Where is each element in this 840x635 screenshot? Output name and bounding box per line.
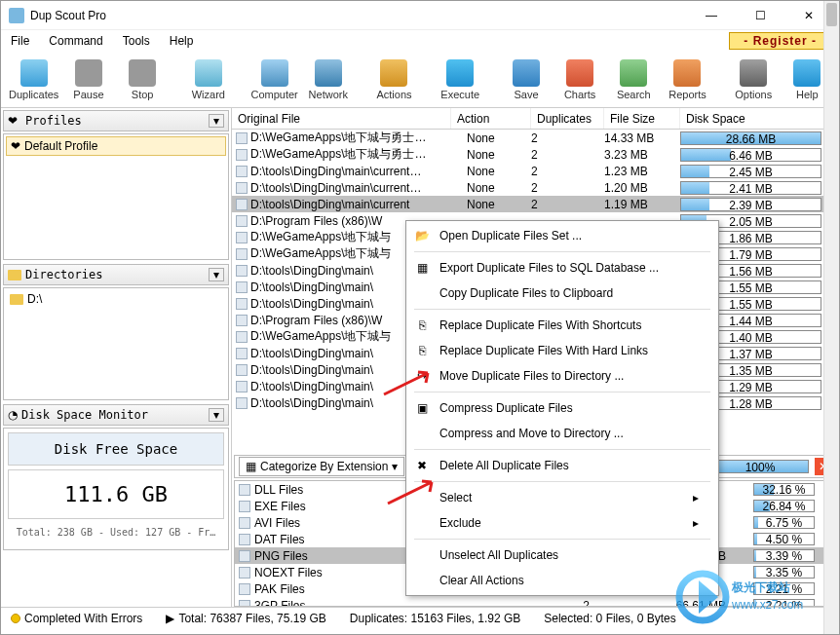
dup-cell: 2 [531,198,604,211]
status-dups-label: Duplicates: 15163 Files, 1.92 GB [350,612,520,625]
col-file-size[interactable]: File Size [604,108,680,129]
toolbar-computer-button[interactable]: Computer [250,59,298,100]
file-icon [236,215,248,227]
separator [414,251,710,252]
status-selected-label: Selected: 0 Files, 0 Bytes [544,612,675,625]
file-path: D:\tools\DingDing\main\ [250,297,373,311]
ext-pct-bar: 26.84 % [753,500,815,512]
ext-name: 3GP Files [254,599,449,608]
separator [414,449,710,450]
ctx-unselect-all[interactable]: Unselect All Duplicates [406,542,718,568]
directories-title: Directories [25,268,205,281]
table-row[interactable]: D:\WeGameApps\地下城与勇士… None 2 3.23 MB 6.4… [232,146,839,163]
save-icon [513,59,540,87]
col-duplicates[interactable]: Duplicates [531,108,604,129]
ctx-move-directory[interactable]: ↪Move Duplicate Files to Directory ... [406,363,718,389]
annotation-arrow-2 [383,476,441,505]
toolbar-pause-button[interactable]: Pause [64,59,112,100]
close-button[interactable]: ✕ [794,6,823,25]
disk-icon: ◔ [8,408,18,422]
file-icon [239,583,250,595]
status-bar: Completed With Errors ▶ Total: 76387 Fil… [1,607,839,628]
toolbar-wizard-button[interactable]: Wizard [184,59,232,100]
toolbar-actions-button[interactable]: Actions [370,59,418,100]
ctx-copy-clipboard[interactable]: Copy Duplicate Files to Clipboard [406,280,718,306]
heart-icon: ❤ [11,139,20,153]
file-path: D:\tools\DingDing\main\ [250,380,373,393]
toolbar-execute-button[interactable]: Execute [437,59,484,100]
disk-monitor-header[interactable]: ◔ Disk Space Monitor ▾ [3,404,229,426]
toolbar-charts-button[interactable]: Charts [556,59,604,100]
directories-dropdown-icon[interactable]: ▾ [209,268,224,281]
profiles-dropdown-icon[interactable]: ▾ [209,114,224,128]
ctx-clear-actions[interactable]: Clear All Actions [406,568,718,593]
toolbar-label: Options [735,89,772,100]
ext-scrollbar[interactable] [823,480,837,607]
table-row[interactable]: D:\tools\DingDing\main\current… None 2 1… [232,163,839,179]
file-path: D:\WeGameApps\地下城与勇士… [250,130,426,146]
blank-icon [414,515,430,531]
dup-cell: 2 [531,148,604,162]
profiles-header[interactable]: ❤ Profiles ▾ [3,110,229,131]
ctx-compress-move[interactable]: Compress and Move to Directory ... [406,421,718,446]
ctx-compress[interactable]: ▣Compress Duplicate Files [406,395,718,421]
status-total-label: Total: 76387 Files, 75.19 GB [178,612,325,625]
toolbar-reports-button[interactable]: Reports [664,59,711,100]
col-disk-space[interactable]: Disk Space [680,108,839,129]
options-icon [740,59,767,87]
blank-icon [414,573,430,588]
directories-header[interactable]: Directories ▾ [3,264,229,285]
menu-help[interactable]: Help [166,32,198,50]
table-row[interactable]: D:\WeGameApps\地下城与勇士… None 2 14.33 MB 28… [232,130,839,146]
ext-pct-bar: 6.75 % [753,516,815,529]
disk-monitor-dropdown-icon[interactable]: ▾ [209,408,224,422]
file-icon [236,348,248,359]
ctx-replace-shortcuts[interactable]: ⎘Replace Duplicate Files With Shortcuts [406,313,718,338]
toolbar-label: Network [309,89,348,100]
blank-icon [414,547,430,563]
menu-command[interactable]: Command [45,32,106,50]
ext-pct-bar: 4.50 % [753,533,815,545]
status-completed-label: Completed With Errors [24,612,142,625]
action-cell: None [451,165,531,178]
toolbar-options-button[interactable]: Options [730,59,778,100]
file-icon [239,534,250,545]
maximize-button[interactable]: ☐ [745,6,775,25]
table-row[interactable]: D:\tools\DingDing\main\current None 2 1.… [232,196,839,212]
table-row[interactable]: D:\tools\DingDing\main\current… None 2 1… [232,179,839,196]
minimize-button[interactable]: — [697,6,726,25]
extension-row[interactable]: 3GP Files 2 66.61 MB 2.21 % [235,597,836,607]
file-path: D:\Program Files (x86)\W [250,214,382,228]
toolbar-duplicates-button[interactable]: Duplicates [9,59,58,100]
network-icon [315,59,342,87]
toolbar-stop-button[interactable]: Stop [119,59,167,100]
ctx-replace-hardlinks[interactable]: ⎘Replace Duplicate Files With Hard Links [406,338,718,363]
file-icon [239,501,250,512]
size-cell: 1.19 MB [604,198,680,211]
profiles-body: ❤ Default Profile [3,133,229,260]
toolbar-label: Actions [376,89,411,100]
toolbar-search-button[interactable]: Search [610,59,658,100]
menu-tools[interactable]: Tools [119,32,154,50]
register-button[interactable]: - Register - [729,32,831,50]
toolbar: DuplicatesPauseStopWizardComputerNetwork… [1,52,839,108]
directory-row[interactable]: D:\ [6,290,226,308]
file-icon [239,517,250,529]
ctx-open-set[interactable]: 📂Open Duplicate Files Set ... [406,223,718,248]
folder-icon [8,270,21,280]
menu-file[interactable]: File [7,32,33,50]
default-profile-row[interactable]: ❤ Default Profile [6,136,226,156]
categorize-dropdown[interactable]: ▦ Categorize By Extension ▾ [239,457,404,476]
ctx-select[interactable]: Select▸ [406,485,718,510]
ctx-exclude[interactable]: Exclude▸ [406,510,718,536]
col-action[interactable]: Action [451,108,531,129]
toolbar-network-button[interactable]: Network [304,59,352,100]
separator [414,309,710,310]
categorize-progress: 100% [711,460,809,473]
ctx-delete-all[interactable]: ✖Delete All Duplicate Files [406,453,718,478]
ext-count: 2 [453,599,629,608]
col-original-file[interactable]: Original File [232,108,451,129]
toolbar-save-button[interactable]: Save [502,59,550,100]
ctx-export-sql[interactable]: ▦Export Duplicate Files to SQL Database … [406,255,718,280]
disk-space-bar: 28.66 MB [680,131,821,145]
